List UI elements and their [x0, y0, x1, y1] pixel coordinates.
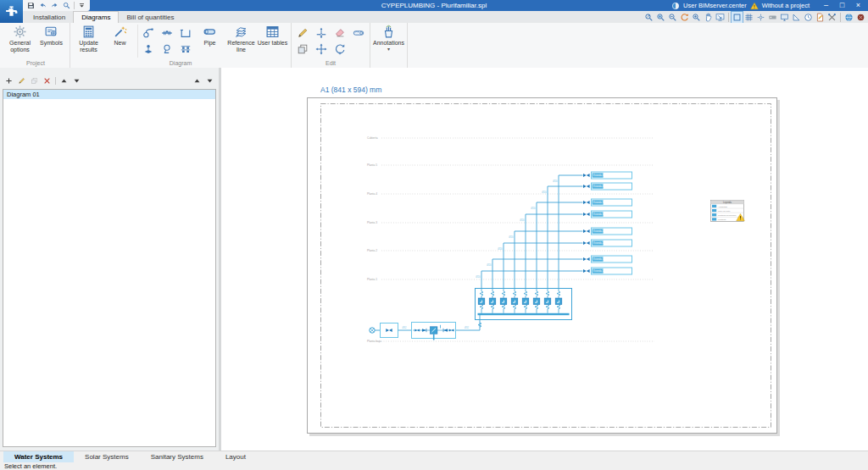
new-diagram-button[interactable]: New: [104, 23, 136, 59]
configuration-button[interactable]: [826, 12, 837, 23]
move-node-button[interactable]: [314, 26, 328, 40]
move-down-button[interactable]: [72, 76, 81, 86]
reference-line-button[interactable]: Reference line: [225, 23, 257, 59]
zoom-search-icon: [63, 2, 70, 9]
legend-symbol: [712, 218, 716, 220]
tab-water-systems[interactable]: Water Systems: [3, 451, 74, 463]
zoom-out-button[interactable]: [667, 12, 678, 23]
list-item[interactable]: Diagram 01: [3, 90, 215, 99]
user-tables-button[interactable]: User tables: [257, 23, 288, 59]
previous-view-button[interactable]: [715, 12, 726, 23]
pan-button[interactable]: [703, 12, 714, 23]
water-meter-symbol[interactable]: [522, 298, 529, 305]
edit-button[interactable]: [296, 26, 309, 40]
snap-button[interactable]: [755, 12, 766, 23]
measure-button[interactable]: [352, 26, 365, 40]
diagram-list-panel: Diagram 01: [0, 68, 221, 451]
warning-icon: [750, 2, 759, 10]
maximize-button[interactable]: □: [836, 0, 849, 11]
tab-bill-of-quantities[interactable]: Bill of quantities: [119, 11, 181, 23]
water-meter-symbol[interactable]: [533, 298, 540, 305]
bimserver-center-button[interactable]: [843, 12, 854, 23]
delete-diagram-button[interactable]: [42, 76, 52, 86]
move-node-icon: [315, 27, 327, 39]
symbols-button[interactable]: Symbols: [36, 23, 67, 59]
redraw-button[interactable]: [679, 12, 690, 23]
button-label: Reference line: [225, 40, 257, 53]
drawing-templates-button[interactable]: [815, 12, 826, 23]
edit-diagram-button[interactable]: [17, 76, 26, 86]
tab-layout[interactable]: Layout: [214, 451, 257, 463]
tab-solar-systems[interactable]: Solar Systems: [74, 451, 140, 463]
water-meter-symbol[interactable]: [555, 298, 562, 305]
dwelling-label: Vivienda 2A: [593, 241, 606, 245]
background-button[interactable]: [779, 12, 790, 23]
pipe-fitting-icon: [161, 27, 173, 39]
move-button[interactable]: [314, 42, 328, 56]
user-label[interactable]: User BIMserver.center: [683, 2, 747, 9]
water-meter-symbol[interactable]: [511, 298, 518, 305]
tab-installation[interactable]: Installation: [25, 11, 73, 23]
dwelling-label: Vivienda 3B: [593, 201, 606, 204]
scroll-up-button[interactable]: [192, 76, 202, 86]
toolbar-separator: [840, 13, 841, 22]
button-label: Update results: [73, 40, 104, 53]
floor-label: Planta 4: [367, 192, 377, 196]
pipe-button[interactable]: Pipe: [194, 23, 225, 59]
update-results-button[interactable]: Update results: [73, 23, 104, 59]
save-button[interactable]: [26, 1, 36, 10]
undo-button[interactable]: [38, 1, 47, 10]
annotations-button[interactable]: Annotations ▾: [373, 23, 404, 59]
customize-toolbar-button[interactable]: [77, 1, 86, 10]
zoom-window-button[interactable]: [643, 12, 654, 23]
grid-button[interactable]: [743, 12, 754, 23]
copy-diagram-button[interactable]: [30, 76, 39, 86]
app-button[interactable]: [0, 0, 23, 23]
valve-button[interactable]: [142, 42, 155, 56]
water-meter-symbol[interactable]: [500, 298, 507, 305]
fitting-button[interactable]: [160, 26, 174, 40]
group-label-diagram: Diagram: [73, 59, 288, 68]
meter-battery-button[interactable]: [179, 42, 192, 56]
recent-views-button[interactable]: [803, 12, 814, 23]
move-up-button[interactable]: [59, 76, 69, 86]
add-diagram-button[interactable]: [4, 76, 14, 86]
supply-button[interactable]: [142, 26, 155, 40]
legend-symbol: [712, 209, 716, 212]
scroll-down-icon: [206, 77, 214, 85]
tab-diagrams[interactable]: Diagrams: [73, 11, 119, 24]
project-status-label[interactable]: Without a project: [762, 2, 810, 9]
frame-button[interactable]: [732, 12, 743, 23]
delete-button[interactable]: [333, 26, 347, 40]
close-button[interactable]: ×: [852, 0, 865, 11]
tank-button[interactable]: [179, 26, 192, 40]
titlebar-right: User BIMserver.center Without a project …: [671, 0, 865, 11]
store-button[interactable]: [855, 12, 866, 23]
pump-button[interactable]: [160, 42, 174, 56]
snap-icon: [756, 13, 765, 22]
move-icon: [315, 43, 327, 55]
water-meter-symbol[interactable]: [489, 298, 496, 305]
water-meter-symbol[interactable]: [478, 298, 485, 305]
drawing-canvas[interactable]: A1 (841 x 594) mm CubiertaPlanta 5Planta…: [221, 68, 868, 451]
diagram-list-toolbar: [0, 74, 219, 87]
copy-button[interactable]: [296, 42, 309, 56]
object-references-button[interactable]: [767, 12, 778, 23]
general-options-button[interactable]: General options: [4, 23, 36, 59]
move-down-icon: [73, 77, 81, 85]
rotate-button[interactable]: [333, 42, 347, 56]
zoom-search-button[interactable]: [62, 1, 71, 10]
pipe-size-label: Ø20: [542, 191, 547, 194]
water-meter-symbol[interactable]: [544, 298, 551, 305]
pipe-size-label: Ø20: [520, 218, 525, 222]
configuration-icon: [827, 13, 837, 22]
redo-button[interactable]: [50, 1, 59, 10]
scroll-down-button[interactable]: [205, 76, 214, 86]
ortho-button[interactable]: [791, 12, 802, 23]
zoom-in-button[interactable]: [691, 12, 702, 23]
tab-sanitary-systems[interactable]: Sanitary Systems: [140, 451, 214, 463]
zoom-extents-button[interactable]: [655, 12, 666, 23]
pipe-size-label: Ø20: [476, 275, 481, 279]
minimize-button[interactable]: –: [820, 0, 832, 11]
button-label: Annotations: [373, 40, 404, 47]
